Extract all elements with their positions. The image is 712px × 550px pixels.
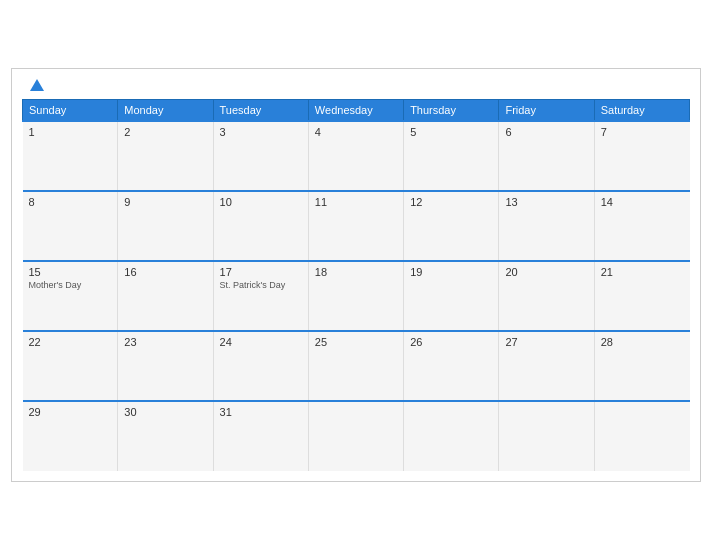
day-cell: 6: [499, 121, 594, 191]
day-cell: 29: [23, 401, 118, 471]
day-cell: 2: [118, 121, 213, 191]
calendar-container: SundayMondayTuesdayWednesdayThursdayFrid…: [11, 68, 701, 482]
day-number: 28: [601, 336, 684, 348]
weekday-header-row: SundayMondayTuesdayWednesdayThursdayFrid…: [23, 100, 690, 122]
day-number: 26: [410, 336, 492, 348]
day-number: 25: [315, 336, 397, 348]
day-cell: 1: [23, 121, 118, 191]
day-cell: 16: [118, 261, 213, 331]
weekday-header-monday: Monday: [118, 100, 213, 122]
day-cell: 21: [594, 261, 689, 331]
day-cell: 14: [594, 191, 689, 261]
holiday-label: Mother's Day: [29, 280, 112, 292]
day-cell: [499, 401, 594, 471]
day-cell: [594, 401, 689, 471]
day-cell: 5: [404, 121, 499, 191]
holiday-label: St. Patrick's Day: [220, 280, 302, 292]
logo-triangle-icon: [30, 79, 44, 91]
day-number: 11: [315, 196, 397, 208]
day-number: 6: [505, 126, 587, 138]
day-cell: 3: [213, 121, 308, 191]
day-number: 27: [505, 336, 587, 348]
day-number: 12: [410, 196, 492, 208]
day-cell: 17St. Patrick's Day: [213, 261, 308, 331]
day-number: 13: [505, 196, 587, 208]
day-cell: 24: [213, 331, 308, 401]
day-number: 23: [124, 336, 206, 348]
week-row-4: 22232425262728: [23, 331, 690, 401]
week-row-2: 891011121314: [23, 191, 690, 261]
day-number: 2: [124, 126, 206, 138]
day-number: 14: [601, 196, 684, 208]
day-number: 3: [220, 126, 302, 138]
day-cell: 30: [118, 401, 213, 471]
day-cell: 13: [499, 191, 594, 261]
day-number: 1: [29, 126, 112, 138]
day-number: 24: [220, 336, 302, 348]
day-cell: 27: [499, 331, 594, 401]
weekday-header-wednesday: Wednesday: [308, 100, 403, 122]
day-number: 9: [124, 196, 206, 208]
day-cell: 28: [594, 331, 689, 401]
day-number: 4: [315, 126, 397, 138]
day-number: 7: [601, 126, 684, 138]
logo: [26, 79, 44, 91]
day-cell: 20: [499, 261, 594, 331]
week-row-5: 293031: [23, 401, 690, 471]
week-row-3: 15Mother's Day1617St. Patrick's Day18192…: [23, 261, 690, 331]
day-cell: 25: [308, 331, 403, 401]
week-row-1: 1234567: [23, 121, 690, 191]
day-cell: 4: [308, 121, 403, 191]
day-cell: 10: [213, 191, 308, 261]
day-number: 31: [220, 406, 302, 418]
day-number: 18: [315, 266, 397, 278]
weekday-header-friday: Friday: [499, 100, 594, 122]
day-cell: 15Mother's Day: [23, 261, 118, 331]
day-number: 17: [220, 266, 302, 278]
weekday-header-saturday: Saturday: [594, 100, 689, 122]
calendar-header: [22, 79, 690, 91]
day-number: 15: [29, 266, 112, 278]
day-cell: 7: [594, 121, 689, 191]
day-number: 10: [220, 196, 302, 208]
calendar-table: SundayMondayTuesdayWednesdayThursdayFrid…: [22, 99, 690, 471]
day-cell: 11: [308, 191, 403, 261]
day-number: 29: [29, 406, 112, 418]
day-cell: 31: [213, 401, 308, 471]
day-number: 19: [410, 266, 492, 278]
day-cell: 18: [308, 261, 403, 331]
weekday-header-tuesday: Tuesday: [213, 100, 308, 122]
day-number: 22: [29, 336, 112, 348]
weekday-header-sunday: Sunday: [23, 100, 118, 122]
day-cell: 26: [404, 331, 499, 401]
day-cell: 12: [404, 191, 499, 261]
day-cell: [404, 401, 499, 471]
day-cell: 22: [23, 331, 118, 401]
day-number: 8: [29, 196, 112, 208]
weekday-header-thursday: Thursday: [404, 100, 499, 122]
day-number: 20: [505, 266, 587, 278]
day-cell: [308, 401, 403, 471]
day-cell: 23: [118, 331, 213, 401]
day-cell: 8: [23, 191, 118, 261]
day-cell: 9: [118, 191, 213, 261]
day-number: 16: [124, 266, 206, 278]
day-number: 5: [410, 126, 492, 138]
day-number: 21: [601, 266, 684, 278]
day-cell: 19: [404, 261, 499, 331]
day-number: 30: [124, 406, 206, 418]
